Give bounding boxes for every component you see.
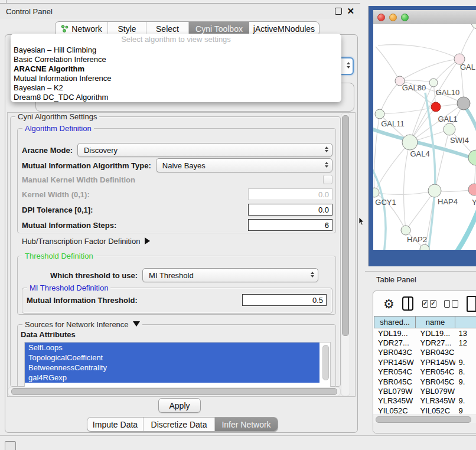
network-edge[interactable] xyxy=(459,24,476,59)
network-edge[interactable] xyxy=(376,47,400,81)
hub-section-label: Hub/Transcription Factor Definition xyxy=(22,237,140,246)
which-threshold-value: MI Threshold xyxy=(149,271,194,280)
network-node-gcy1[interactable] xyxy=(373,188,379,197)
sources-title: Sources for Network Inference xyxy=(25,320,129,329)
network-edge[interactable] xyxy=(380,81,400,114)
mi-threshold-field[interactable] xyxy=(242,294,327,306)
table-row[interactable]: YDL19...YDL19...13 xyxy=(373,328,476,338)
table-hscrollbar-thumb[interactable] xyxy=(376,416,471,423)
network-node-swi4[interactable] xyxy=(444,123,455,135)
network-canvas[interactable]: GALGAL80GAL10GAL1GAL11SWI4GAL4GCY1HAP4YH… xyxy=(373,24,476,250)
dropdown-item[interactable]: ARACNE Algorithm xyxy=(11,64,341,74)
table-row[interactable]: YDR27...YDR27...12 xyxy=(373,338,476,347)
tab-impute-data[interactable]: Impute Data xyxy=(87,418,144,431)
minimize-traffic-light[interactable] xyxy=(389,14,397,21)
table-hscrollbar-track[interactable] xyxy=(373,415,476,423)
dropdown-item[interactable]: Bayesian – K2 xyxy=(11,83,341,93)
network-edge[interactable] xyxy=(373,165,386,250)
table-cell: YBR043C xyxy=(416,348,455,357)
data-attribute-item[interactable]: TopologicalCoefficient xyxy=(25,353,319,363)
table-row[interactable]: YBR043CYBR043C xyxy=(373,348,476,357)
which-threshold-label: Which threshold to use: xyxy=(50,271,138,280)
mi-steps-label: Mutual Information Steps: xyxy=(22,221,116,230)
table-cell: YPR145W xyxy=(373,358,416,367)
apply-button[interactable]: Apply xyxy=(158,398,201,413)
stepper-arrows-icon xyxy=(325,146,328,153)
network-node[interactable] xyxy=(420,244,429,250)
network-edge[interactable] xyxy=(400,59,459,81)
node-label: Y xyxy=(472,198,476,207)
gear-icon[interactable]: ⚙ xyxy=(383,298,395,310)
network-node[interactable] xyxy=(468,150,476,165)
table-cell: YER054C xyxy=(373,367,416,376)
table-row[interactable]: YPR145WYPR145W9. xyxy=(373,357,476,367)
table-panel-footer xyxy=(373,423,476,433)
network-edge[interactable] xyxy=(425,93,435,250)
network-edge[interactable] xyxy=(374,191,435,194)
network-node-gal10[interactable] xyxy=(457,97,470,110)
network-window-titlebar[interactable] xyxy=(373,10,476,25)
hub-section-toggle[interactable]: Hub/Transcription Factor Definition xyxy=(22,236,150,246)
checked-checkbox-icon[interactable]: ✓ xyxy=(422,300,429,308)
columns-icon[interactable] xyxy=(402,296,413,311)
network-node-gal4[interactable] xyxy=(402,135,418,150)
network-node-hap2[interactable] xyxy=(401,226,410,235)
column-header[interactable]: name xyxy=(416,316,455,328)
table-cell: YDR27... xyxy=(373,338,416,347)
top-tick xyxy=(6,0,6,3)
mi-steps-field[interactable] xyxy=(248,219,332,231)
checked-checkbox-icon[interactable]: ✓ xyxy=(430,300,436,308)
table-panel-window: ⚙ ✓ ✓ shared...name YDL19...YDL19...13YD… xyxy=(373,291,476,433)
sources-title-row[interactable]: Sources for Network Inference xyxy=(22,320,142,329)
network-edge[interactable] xyxy=(378,45,459,59)
manual-kernel-checkbox[interactable] xyxy=(323,175,332,184)
settings-hscrollbar-thumb[interactable] xyxy=(11,388,337,395)
data-attribute-item[interactable]: SelfLoops xyxy=(25,343,319,353)
close-icon[interactable]: ✕ xyxy=(347,8,354,14)
network-node-hap4[interactable] xyxy=(428,184,441,197)
attributes-scrollbar-thumb[interactable] xyxy=(322,345,329,380)
network-view-window[interactable]: GALGAL80GAL10GAL1GAL11SWI4GAL4GCY1HAP4YH… xyxy=(369,6,476,266)
node-label: GAL10 xyxy=(436,88,459,97)
document-icon[interactable] xyxy=(467,296,476,312)
network-edge[interactable] xyxy=(406,191,435,230)
dropdown-item[interactable]: Mutual Information Inference xyxy=(11,74,341,83)
dropdown-item[interactable]: Dream8 DC_TDC Algorithm xyxy=(11,93,341,102)
table-row[interactable]: YBR045CYBR045C9. xyxy=(373,377,476,386)
tab-infer-network[interactable]: Infer Network xyxy=(215,418,278,431)
zoom-traffic-light[interactable] xyxy=(401,14,409,21)
network-node-y[interactable] xyxy=(468,184,476,195)
network-node-gal1[interactable] xyxy=(431,102,441,112)
which-threshold-combobox[interactable]: MI Threshold xyxy=(142,268,318,282)
settings-vscrollbar-thumb[interactable] xyxy=(342,115,349,336)
float-window-icon[interactable] xyxy=(335,8,342,15)
table-row[interactable]: YBL079WYBL079W xyxy=(373,386,476,396)
dropdown-item[interactable]: Basic Correlation Inference xyxy=(11,55,341,64)
network-edge[interactable] xyxy=(404,142,410,230)
table-cell: YBR043C xyxy=(373,348,416,357)
docked-panel-icon[interactable] xyxy=(5,441,16,450)
table-row[interactable]: YER054CYER054C8. xyxy=(373,367,476,377)
network-node-gal11[interactable] xyxy=(375,109,384,119)
column-header[interactable]: shared... xyxy=(374,316,416,328)
network-node[interactable] xyxy=(429,79,438,87)
node-label: GAL1 xyxy=(438,115,457,123)
column-header[interactable] xyxy=(455,316,476,328)
data-attribute-item[interactable]: gal4RGexp xyxy=(25,373,319,383)
node-label: GAL xyxy=(460,63,475,71)
close-traffic-light[interactable] xyxy=(377,14,385,21)
dropdown-item[interactable]: Bayesian – Hill Climbing xyxy=(11,45,341,55)
table-row[interactable]: YLR345WYLR345W9. xyxy=(373,396,476,406)
aracne-mode-combobox[interactable]: Discovery xyxy=(77,143,332,157)
dpi-tolerance-field[interactable] xyxy=(248,204,332,216)
tab-label: Cyni Toolbox xyxy=(195,24,243,34)
table-row[interactable]: YIL052CYIL052C9 xyxy=(373,406,476,415)
tab-discretize-data[interactable]: Discretize Data xyxy=(144,418,215,431)
data-attribute-item[interactable]: BetweennessCentrality xyxy=(25,363,319,373)
kernel-width-field[interactable] xyxy=(248,188,332,200)
network-edge[interactable] xyxy=(435,129,449,191)
control-panel-title: Control Panel xyxy=(6,7,53,16)
unchecked-checkbox-icon[interactable] xyxy=(452,300,458,308)
unchecked-checkbox-icon[interactable] xyxy=(444,300,451,308)
mi-type-combobox[interactable]: Naive Bayes xyxy=(156,158,332,172)
